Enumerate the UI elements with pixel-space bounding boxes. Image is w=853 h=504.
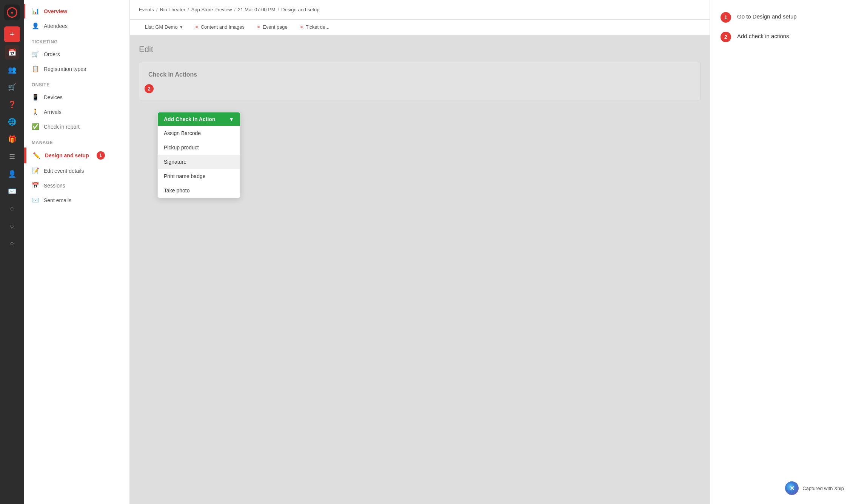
breadcrumb: Events / Rio Theater / App Store Preview… [130, 0, 710, 20]
dot-1-icon[interactable]: ○ [5, 201, 19, 216]
dropdown-popup: Add Check In Action ▼ Assign Barcode Pic… [157, 112, 240, 198]
breadcrumb-date[interactable]: 21 Mar 07:00 PM [238, 7, 276, 12]
tab-x-ticket: ✕ [300, 25, 303, 30]
sidebar-item-attendees[interactable]: 👤 Attendees [24, 18, 129, 33]
menu-item-signature[interactable]: Signature [158, 155, 240, 169]
overview-icon: 📊 [32, 8, 39, 15]
design-setup-badge: 1 [97, 151, 105, 160]
xnip-logo: ✕ [785, 481, 799, 495]
tab-ticket-de[interactable]: ✕ Ticket de... [294, 20, 336, 35]
step-1: 1 Go to Design and setup [721, 12, 842, 23]
registration-icon: 📋 [32, 65, 39, 72]
tab-event-page[interactable]: ✕ Event page [251, 20, 294, 35]
page-body: Edit Check In Actions Add Check In Actio… [130, 35, 710, 504]
help-icon[interactable]: ❓ [5, 97, 19, 112]
sidebar: 📊 Overview 👤 Attendees Ticketing 🛒 Order… [24, 0, 130, 504]
sidebar-item-registration-types[interactable]: 📋 Registration types [24, 61, 129, 76]
breadcrumb-rio-theater[interactable]: Rio Theater [160, 7, 185, 12]
globe-icon[interactable]: 🌐 [5, 115, 19, 129]
sidebar-item-sessions[interactable]: 📅 Sessions [24, 178, 129, 193]
menu-item-assign-barcode[interactable]: Assign Barcode [158, 126, 240, 140]
xnip-watermark: ✕ Captured with Xnip [785, 481, 844, 495]
orders-icon: 🛒 [32, 51, 39, 58]
right-panel: 1 Go to Design and setup 2 Add check in … [710, 0, 853, 504]
tab-x-event: ✕ [257, 25, 260, 30]
sessions-icon: 📅 [32, 182, 39, 189]
sidebar-item-design-and-setup[interactable]: ✏️ Design and setup 1 [24, 148, 129, 163]
tabs-bar: List: GM Demo ▾ ✕ Content and images ✕ E… [130, 20, 710, 35]
attendees-icon: 👤 [32, 22, 39, 29]
sidebar-item-edit-event-details[interactable]: 📝 Edit event details [24, 163, 129, 178]
manage-section-label: Manage [24, 134, 129, 148]
ticketing-section-label: Ticketing [24, 33, 129, 47]
edit-event-icon: 📝 [32, 167, 39, 174]
step-2-text: Add check in actions [737, 32, 789, 39]
menu-item-pickup-product[interactable]: Pickup product [158, 140, 240, 155]
mail-icon[interactable]: ✉️ [5, 184, 19, 198]
arrivals-icon: 🚶 [32, 108, 39, 115]
step-2: 2 Add check in actions [721, 32, 842, 42]
xnip-text: Captured with Xnip [802, 486, 844, 491]
icon-bar: ● + 📅 👥 🛒 ❓ 🌐 🎁 ☰ 👤 ✉️ ○ ○ ○ [0, 0, 24, 504]
design-icon: ✏️ [33, 152, 40, 159]
app-logo: ● [4, 5, 20, 20]
step-2-badge: 2 [721, 32, 731, 42]
dot-2-icon[interactable]: ○ [5, 219, 19, 233]
breadcrumb-app-store[interactable]: App Store Preview [191, 7, 232, 12]
menu-item-take-photo[interactable]: Take photo [158, 183, 240, 198]
sidebar-item-orders[interactable]: 🛒 Orders [24, 47, 129, 61]
list-icon[interactable]: ☰ [5, 149, 19, 164]
onsite-section-label: Onsite [24, 76, 129, 90]
breadcrumb-current: Design and setup [281, 7, 319, 12]
tab-content-images[interactable]: ✕ Content and images [189, 20, 251, 35]
people-icon[interactable]: 👥 [5, 63, 19, 77]
user-icon[interactable]: 👤 [5, 167, 19, 181]
sidebar-item-arrivals[interactable]: 🚶 Arrivals [24, 104, 129, 119]
sidebar-item-check-in-report[interactable]: ✅ Check in report [24, 119, 129, 134]
overlay [130, 35, 710, 504]
calendar-icon[interactable]: 📅 [5, 45, 19, 60]
add-button[interactable]: + [4, 26, 20, 42]
dropdown-menu: Assign Barcode Pickup product Signature … [158, 126, 240, 198]
add-check-in-action-button[interactable]: Add Check In Action ▼ [158, 112, 240, 126]
sent-emails-icon: ✉️ [32, 197, 39, 204]
gift-icon[interactable]: 🎁 [5, 132, 19, 146]
main-content: Events / Rio Theater / App Store Preview… [130, 0, 710, 504]
sidebar-item-overview[interactable]: 📊 Overview [24, 4, 129, 18]
dropdown-badge: 2 [145, 84, 154, 93]
step-1-badge: 1 [721, 12, 731, 23]
cart-icon[interactable]: 🛒 [5, 80, 19, 94]
menu-item-print-name-badge[interactable]: Print name badge [158, 169, 240, 183]
devices-icon: 📱 [32, 94, 39, 101]
dot-3-icon[interactable]: ○ [5, 236, 19, 250]
tab-x-content: ✕ [195, 25, 199, 30]
step-1-text: Go to Design and setup [737, 12, 797, 20]
sidebar-item-devices[interactable]: 📱 Devices [24, 90, 129, 104]
check-in-report-icon: ✅ [32, 123, 39, 130]
sidebar-item-sent-emails[interactable]: ✉️ Sent emails [24, 193, 129, 207]
tab-gm-demo[interactable]: List: GM Demo ▾ [139, 20, 189, 35]
breadcrumb-events[interactable]: Events [139, 7, 154, 12]
